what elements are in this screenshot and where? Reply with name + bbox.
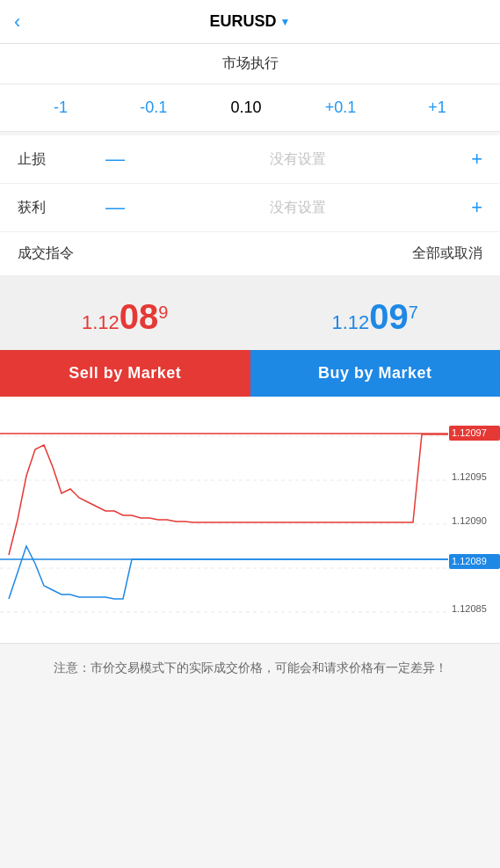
buy-price-display: 1.12097: [264, 297, 487, 336]
buy-by-market-button[interactable]: Buy by Market: [250, 350, 501, 397]
stop-loss-label: 止损: [18, 150, 88, 169]
qty-value: 0.10: [230, 98, 261, 117]
price-chart: 1.12097 1.12095 1.12090 1.12089 1.12085: [0, 397, 500, 643]
footer-note-text: 注意：市价交易模式下的实际成交价格，可能会和请求价格有一定差异！: [54, 660, 447, 675]
sell-price-prefix: 1.12: [82, 311, 120, 333]
chart-area: 1.12097 1.12095 1.12090 1.12089 1.12085: [0, 397, 500, 643]
sell-price-cell: 1.12089: [0, 290, 250, 350]
take-profit-minus-button[interactable]: —: [105, 196, 125, 219]
trade-instruction-label: 成交指令: [18, 244, 74, 263]
take-profit-row: 获利 — 没有设置 +: [0, 184, 500, 232]
sub-header: 市场执行: [0, 44, 500, 84]
qty-minus1-button[interactable]: -1: [45, 95, 76, 120]
svg-text:1.12095: 1.12095: [452, 471, 487, 482]
sell-price-super: 9: [158, 303, 168, 322]
quantity-row: -1 -0.1 0.10 +0.1 +1: [0, 84, 500, 132]
svg-text:1.12090: 1.12090: [452, 515, 487, 526]
svg-text:1.12089: 1.12089: [452, 556, 487, 566]
header: ‹ EURUSD ▼: [0, 0, 500, 44]
back-button[interactable]: ‹: [14, 11, 20, 33]
stop-loss-plus-button[interactable]: +: [471, 148, 482, 171]
sub-header-title: 市场执行: [222, 55, 279, 70]
buy-price-cell: 1.12097: [250, 290, 501, 350]
take-profit-label: 获利: [18, 199, 88, 217]
stop-loss-minus-button[interactable]: —: [105, 148, 125, 171]
sell-price-display: 1.12089: [14, 297, 236, 336]
header-dropdown-icon[interactable]: ▼: [280, 16, 291, 28]
footer-note: 注意：市价交易模式下的实际成交价格，可能会和请求价格有一定差异！: [0, 643, 500, 691]
settings-section: 止损 — 没有设置 + 获利 — 没有设置 +: [0, 135, 500, 232]
sell-by-market-button[interactable]: Sell by Market: [0, 350, 250, 397]
svg-text:1.12085: 1.12085: [452, 603, 487, 614]
buy-price-big: 09: [369, 297, 409, 336]
stop-loss-row: 止损 — 没有设置 +: [0, 135, 500, 184]
qty-minus01-button[interactable]: -0.1: [131, 95, 176, 120]
buy-price-super: 7: [409, 303, 418, 322]
buy-price-prefix: 1.12: [332, 311, 370, 333]
stop-loss-value: 没有设置: [125, 150, 471, 169]
qty-plus1-button[interactable]: +1: [419, 95, 455, 120]
qty-plus01-button[interactable]: +0.1: [316, 95, 366, 120]
sell-price-big: 08: [120, 297, 159, 336]
svg-text:1.12097: 1.12097: [452, 427, 487, 438]
price-section: 1.12089 1.12097: [0, 276, 500, 350]
header-title: EURUSD: [210, 12, 277, 31]
trade-instruction-row: 成交指令 全部或取消: [0, 232, 500, 276]
take-profit-plus-button[interactable]: +: [471, 196, 482, 219]
trade-instruction-value: 全部或取消: [412, 244, 482, 263]
action-buttons: Sell by Market Buy by Market: [0, 350, 500, 397]
take-profit-value: 没有设置: [125, 199, 471, 217]
